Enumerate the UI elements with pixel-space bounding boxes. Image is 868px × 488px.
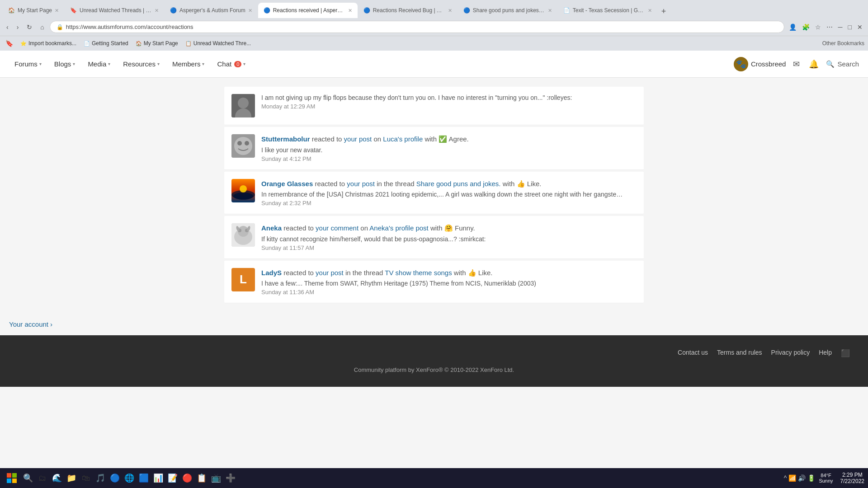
- nav-forums[interactable]: Forums ▾: [9, 56, 47, 71]
- reaction-text: Stuttermabolur reacted to your post on L…: [261, 134, 637, 145]
- star-icon[interactable]: ☆: [813, 22, 823, 33]
- chevron-right-icon: ›: [50, 320, 52, 328]
- tab-reactions-received[interactable]: 🔵 Reactions received | Asperger's... ✕: [258, 3, 358, 18]
- reactions-list: I am not giving up my flip flops because…: [217, 78, 651, 313]
- reactor-username[interactable]: Stuttermabolur: [261, 135, 310, 143]
- bookmark-unread[interactable]: 📋 Unread Watched Thre...: [184, 39, 253, 47]
- chevron-down-icon: ▾: [157, 61, 160, 66]
- tab-puns[interactable]: 🔵 Share good puns and jokes. | P... ✕: [458, 3, 557, 18]
- maximize-icon[interactable]: □: [846, 22, 854, 33]
- tab-close-btn[interactable]: ✕: [348, 8, 352, 14]
- reaction-emoji: 👍: [517, 180, 525, 188]
- mail-button[interactable]: ✉: [791, 57, 802, 71]
- reaction-snippet: I have a few:... Theme from SWAT, Rhythm…: [261, 280, 623, 287]
- reaction-context-link[interactable]: Share good puns and jokes.: [416, 180, 501, 188]
- other-bookmarks[interactable]: Other Bookmarks: [822, 40, 864, 47]
- bookmark-getting-started[interactable]: 📄 Getting Started: [82, 39, 130, 47]
- tab-texit[interactable]: 📄 Texit - Texas Secession | General... ✕: [558, 3, 657, 18]
- chevron-down-icon: ▾: [108, 61, 110, 66]
- tab-reactions-bug[interactable]: 🔵 Reactions Received Bug | Asper... ✕: [358, 3, 458, 18]
- close-icon[interactable]: ✕: [855, 22, 864, 33]
- nav-media[interactable]: Media ▾: [82, 56, 116, 71]
- nav-chat[interactable]: Chat 0 ▾: [212, 56, 251, 71]
- reaction-emoji: 👍: [468, 269, 476, 277]
- reaction-text: Orange Glasses reacted to your post in t…: [261, 179, 637, 189]
- avatar: 🐾: [734, 57, 748, 71]
- tab-close-btn[interactable]: ✕: [648, 8, 652, 14]
- bookmark-my-start[interactable]: 🏠 My Start Page: [134, 39, 180, 47]
- svg-point-6: [245, 141, 249, 145]
- reaction-context-link[interactable]: Luca's profile: [383, 135, 423, 143]
- tab-label: Reactions Received Bug | Asper...: [373, 7, 445, 14]
- address-bar[interactable]: 🔒 https://www.autismforums.com/account/r…: [50, 21, 784, 33]
- nav-label: Chat: [217, 60, 231, 68]
- profile-icon: 👤: [787, 22, 798, 33]
- nav-members[interactable]: Members ▾: [167, 56, 210, 71]
- reaction-timestamp: Sunday at 11:57 AM: [261, 244, 637, 251]
- footer-copyright: Community platform by XenForo® © 2010-20…: [9, 362, 859, 378]
- tab-favicon: 🔵: [463, 7, 470, 14]
- footer-terms-link[interactable]: Terms and rules: [717, 349, 762, 357]
- reaction-context-link[interactable]: Aneka's profile post: [369, 224, 428, 232]
- reaction-snippet: In remembrance of the [USA] Christmas 20…: [261, 191, 623, 198]
- rss-icon[interactable]: ⬛: [841, 349, 850, 357]
- reaction-timestamp: Sunday at 4:12 PM: [261, 155, 637, 162]
- user-area[interactable]: 🐾 Crossbreed: [734, 57, 786, 71]
- reaction-context-link[interactable]: TV show theme songs: [385, 269, 452, 277]
- footer-privacy-link[interactable]: Privacy policy: [771, 349, 810, 357]
- tab-close-btn[interactable]: ✕: [248, 8, 252, 14]
- chevron-down-icon: ▾: [243, 61, 245, 66]
- reactor-username[interactable]: LadyS: [261, 269, 282, 277]
- nav-blogs[interactable]: Blogs ▾: [49, 56, 81, 71]
- reaction-target[interactable]: your post: [316, 269, 344, 277]
- tab-autism-forum[interactable]: 🔵 Asperger's & Autism Forum ✕: [165, 3, 258, 18]
- notifications-button[interactable]: 🔔: [807, 57, 821, 71]
- browser-chrome: 🏠 My Start Page ✕ 🔖 Unread Watched Threa…: [0, 0, 868, 51]
- avatar: [231, 223, 255, 247]
- tab-close-btn[interactable]: ✕: [448, 8, 452, 14]
- nav-label: Members: [172, 60, 201, 68]
- reaction-body: LadyS reacted to your post in the thread…: [261, 268, 637, 296]
- site-footer: Contact us Terms and rules Privacy polic…: [0, 335, 868, 387]
- reaction-target[interactable]: your post: [347, 180, 375, 188]
- tab-close-btn[interactable]: ✕: [155, 8, 159, 14]
- back-button[interactable]: ‹: [4, 22, 11, 33]
- tab-my-start-page[interactable]: 🏠 My Start Page ✕: [3, 3, 64, 18]
- footer-help-link[interactable]: Help: [819, 349, 832, 357]
- reaction-target[interactable]: your post: [344, 135, 372, 143]
- svg-point-9: [233, 192, 253, 200]
- your-account-link[interactable]: Your account ›: [9, 320, 859, 328]
- menu-icon[interactable]: ⋯: [825, 22, 835, 33]
- bookmark-import[interactable]: ⭐ Import bookmarks...: [19, 39, 78, 47]
- reaction-emoji: ✅: [439, 135, 447, 143]
- reaction-body: Aneka reacted to your comment on Aneka's…: [261, 223, 637, 251]
- your-account-section: Your account ›: [0, 313, 868, 335]
- tab-unread[interactable]: 🔖 Unread Watched Threads | Chr... ✕: [65, 3, 164, 18]
- search-button[interactable]: 🔍 Search: [826, 60, 859, 68]
- tab-bar: 🏠 My Start Page ✕ 🔖 Unread Watched Threa…: [0, 0, 868, 18]
- nav-resources[interactable]: Resources ▾: [118, 56, 165, 71]
- chevron-down-icon: ▾: [202, 61, 204, 66]
- forward-button[interactable]: ›: [14, 22, 22, 33]
- tab-close-btn[interactable]: ✕: [55, 8, 59, 14]
- reload-button[interactable]: ↻: [24, 22, 35, 33]
- reactor-username[interactable]: Orange Glasses: [261, 180, 313, 188]
- footer-links: Contact us Terms and rules Privacy polic…: [9, 344, 859, 362]
- minimize-icon[interactable]: ─: [836, 22, 844, 33]
- footer-contact-link[interactable]: Contact us: [678, 349, 708, 357]
- reaction-target[interactable]: your comment: [316, 224, 359, 232]
- svg-point-4: [234, 137, 252, 155]
- reaction-snippet: If kitty cannot recognize him/herself, w…: [261, 235, 623, 243]
- reactor-username[interactable]: Aneka: [261, 224, 282, 232]
- bookmark-icon: 📄: [84, 41, 90, 47]
- tab-close-btn[interactable]: ✕: [548, 8, 552, 14]
- nav-label: Blogs: [54, 60, 71, 68]
- extensions-icon: 🧩: [800, 22, 811, 33]
- new-tab-btn[interactable]: +: [658, 5, 670, 18]
- reaction-text: LadyS reacted to your post in the thread…: [261, 268, 637, 278]
- home-button[interactable]: ⌂: [38, 22, 47, 33]
- tab-label: Reactions received | Asperger's...: [273, 7, 345, 14]
- nav-label: Forums: [14, 60, 38, 68]
- bookmark-label: Import bookmarks...: [28, 40, 76, 47]
- tab-label: Share good puns and jokes. | P...: [473, 7, 545, 14]
